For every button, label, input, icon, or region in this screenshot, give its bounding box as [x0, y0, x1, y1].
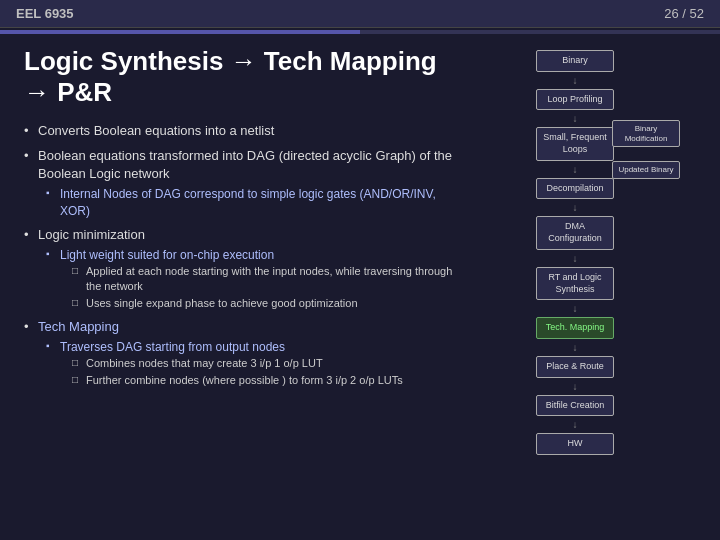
diag-arrow: ↓ — [573, 253, 578, 264]
sub-bullet-text: Internal Nodes of DAG correspond to simp… — [60, 187, 436, 218]
subsub-list-item: Further combine nodes (where possible ) … — [72, 373, 464, 388]
diag-box-dma: DMA Configuration — [536, 216, 614, 249]
title-arrow2: → — [24, 77, 50, 107]
diag-box-small-loops: Small, Frequent Loops — [536, 127, 614, 160]
title-part3: P&R — [57, 77, 112, 107]
slide-header: EEL 6935 26 / 52 — [0, 0, 720, 28]
bullet-text: Tech Mapping — [38, 319, 119, 334]
course-label: EEL 6935 — [16, 6, 74, 21]
diag-box-tech-mapping: Tech. Mapping — [536, 317, 614, 339]
bullet-text: Boolean equations transformed into DAG (… — [38, 148, 452, 181]
main-text: Logic Synthesis → Tech Mapping → P&R Con… — [24, 46, 464, 455]
diag-box-binary-mod: Binary Modification — [612, 120, 680, 147]
slide-title: Logic Synthesis → Tech Mapping → P&R — [24, 46, 464, 108]
flow-diagram: Binary ↓ Loop Profiling ↓ Small, Frequen… — [480, 50, 670, 455]
list-item: Logic minimization Light weight suited f… — [24, 226, 464, 312]
diag-box-place-route: Place & Route — [536, 356, 614, 378]
list-item: Boolean equations transformed into DAG (… — [24, 147, 464, 220]
list-item: Tech Mapping Traverses DAG starting from… — [24, 318, 464, 389]
diag-box-binary: Binary — [536, 50, 614, 72]
sub-list-item: Traverses DAG starting from output nodes… — [46, 339, 464, 389]
list-item: Converts Boolean equations into a netlis… — [24, 122, 464, 140]
subsub-list-item: Applied at each node starting with the i… — [72, 264, 464, 295]
diag-box-rt-logic: RT and Logic Synthesis — [536, 267, 614, 300]
bullet-list: Converts Boolean equations into a netlis… — [24, 122, 464, 388]
sub-list-item: Light weight suited for on-chip executio… — [46, 247, 464, 312]
subsub-text: Combines nodes that may create 3 i/p 1 o… — [86, 357, 323, 369]
diag-arrow: ↓ — [573, 75, 578, 86]
progress-fill — [0, 30, 360, 34]
page-number: 26 / 52 — [664, 6, 704, 21]
sub-bullet-text: Light weight suited for on-chip executio… — [60, 248, 274, 262]
subsub-text: Further combine nodes (where possible ) … — [86, 374, 403, 386]
slide: EEL 6935 26 / 52 Logic Synthesis → Tech … — [0, 0, 720, 540]
bullet-text: Logic minimization — [38, 227, 145, 242]
diag-arrow: ↓ — [573, 419, 578, 430]
diag-arrow: ↓ — [573, 303, 578, 314]
subsub-list-item: Uses single expand phase to achieve good… — [72, 296, 464, 311]
diagram-inner: Binary ↓ Loop Profiling ↓ Small, Frequen… — [480, 50, 670, 455]
subsub-list: Applied at each node starting with the i… — [72, 264, 464, 312]
sub-list-item: Internal Nodes of DAG correspond to simp… — [46, 186, 464, 220]
title-arrow1: → — [231, 46, 257, 76]
progress-bar — [0, 30, 720, 34]
diag-box-updated-binary: Updated Binary — [612, 161, 680, 179]
sub-bullet-text: Traverses DAG starting from output nodes — [60, 340, 285, 354]
diag-box-loop-profiling: Loop Profiling — [536, 89, 614, 111]
diag-arrow: ↓ — [573, 164, 578, 175]
diag-arrow: ↓ — [573, 113, 578, 124]
sub-list: Light weight suited for on-chip executio… — [46, 247, 464, 312]
diag-box-hw: HW — [536, 433, 614, 455]
subsub-list-item: Combines nodes that may create 3 i/p 1 o… — [72, 356, 464, 371]
diag-arrow: ↓ — [573, 202, 578, 213]
title-part1: Logic Synthesis — [24, 46, 223, 76]
sub-list: Traverses DAG starting from output nodes… — [46, 339, 464, 389]
subsub-list: Combines nodes that may create 3 i/p 1 o… — [72, 356, 464, 389]
content-area: Logic Synthesis → Tech Mapping → P&R Con… — [0, 28, 720, 465]
diag-box-bitfile: Bitfile Creation — [536, 395, 614, 417]
bullet-text: Converts Boolean equations into a netlis… — [38, 123, 274, 138]
diag-arrow: ↓ — [573, 342, 578, 353]
sub-list: Internal Nodes of DAG correspond to simp… — [46, 186, 464, 220]
diag-arrow: ↓ — [573, 381, 578, 392]
diag-box-decompilation: Decompilation — [536, 178, 614, 200]
subsub-text: Applied at each node starting with the i… — [86, 265, 452, 292]
title-part2: Tech Mapping — [264, 46, 437, 76]
subsub-text: Uses single expand phase to achieve good… — [86, 297, 358, 309]
